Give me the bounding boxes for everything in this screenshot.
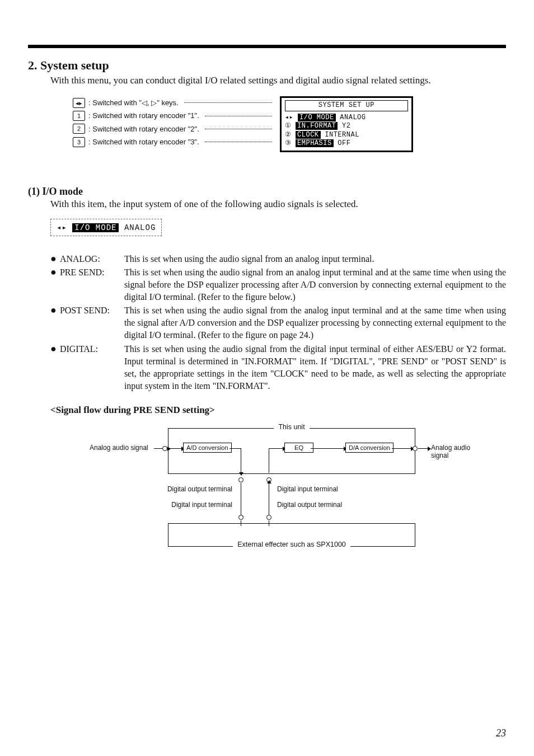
analog-out-label: Analog audio signal xyxy=(431,444,476,459)
option-term: POST SEND: xyxy=(60,304,124,317)
node-icon xyxy=(413,446,418,451)
legend-text: : Switched with rotary encoder "3". xyxy=(88,135,199,148)
bullet-icon: ● xyxy=(50,266,57,279)
da-box: D/A conversion xyxy=(345,443,394,453)
leader-dots xyxy=(205,142,272,142)
page-number: 23 xyxy=(496,727,506,739)
option-term: PRE SEND: xyxy=(60,266,124,279)
list-item: ● ANALOG: This is set when using the aud… xyxy=(50,253,506,265)
lcd-row: ③ EMPHASIS OFF xyxy=(285,139,408,148)
lcd-label: EMPHASIS xyxy=(296,139,334,147)
lcd-detail: ◂▸ I/O MODE ANALOG xyxy=(50,219,162,236)
lcd-label: CLOCK xyxy=(296,131,321,139)
legend-column: ◂▸ : Switched with "◁, ▷" keys. 1 : Swit… xyxy=(73,96,272,149)
flow-line xyxy=(311,448,344,449)
option-list: ● ANALOG: This is set when using the aud… xyxy=(50,253,506,392)
bullet-icon: ● xyxy=(50,343,57,355)
legend-item: 1 : Switched with rotary encoder "1". xyxy=(73,109,272,122)
lcd-sym: ② xyxy=(285,131,292,139)
option-term: DIGITAL: xyxy=(60,343,124,355)
eq-box: EQ xyxy=(284,443,313,453)
list-item: ● POST SEND: This is set when using the … xyxy=(50,304,506,341)
legend-item: ◂▸ : Switched with "◁, ▷" keys. xyxy=(73,96,272,109)
node-icon xyxy=(238,477,243,482)
page-rule xyxy=(28,45,506,48)
flow-line xyxy=(241,483,241,516)
unit-label: This unit xyxy=(168,423,415,431)
legend-item: 3 : Switched with rotary encoder "3". xyxy=(73,135,272,148)
keycap-icon: 2 xyxy=(73,124,85,134)
lcd-value: ANALOG xyxy=(124,223,156,232)
legend-item: 2 : Switched with rotary encoder "2". xyxy=(73,123,272,135)
bullet-icon: ● xyxy=(50,253,57,265)
lcd-title: SYSTEM SET UP xyxy=(285,100,408,111)
digital-in-label: Digital input terminal xyxy=(277,485,338,493)
unit-label-text: This unit xyxy=(274,423,309,431)
lcd-sym: ◂▸ xyxy=(285,114,293,121)
external-box: External effecter such as SPX1000 xyxy=(168,523,415,547)
subsection-title: (1) I/O mode xyxy=(28,186,506,198)
lcd-label: I/O MODE xyxy=(298,114,336,121)
section-intro: With this menu, you can conduct digital … xyxy=(50,75,506,86)
flow-line xyxy=(269,448,269,473)
external-label: External effecter such as SPX1000 xyxy=(168,541,415,548)
lcd-screen: SYSTEM SET UP ◂▸ I/O MODE ANALOG ① IN.FO… xyxy=(280,96,413,152)
node-icon xyxy=(266,515,271,520)
keycap-icon: 3 xyxy=(73,137,85,147)
flow-line xyxy=(269,448,283,449)
digital-out-label: Digital output terminal xyxy=(160,485,232,493)
option-desc: This is set when using the audio signal … xyxy=(124,304,506,341)
ad-box: A/D conversion xyxy=(183,443,232,453)
legend-text: : Switched with rotary encoder "2". xyxy=(88,123,199,135)
flow-line xyxy=(229,448,241,449)
leader-dots xyxy=(205,116,272,116)
lcd-value: ANALOG xyxy=(340,114,366,121)
option-term: ANALOG: xyxy=(60,253,124,265)
flow-line xyxy=(418,448,428,449)
lcd-label: IN.FORMAT xyxy=(296,122,338,130)
lcd-row: ② CLOCK INTERNAL xyxy=(285,131,408,140)
flow-line xyxy=(269,483,269,516)
lcd-value: INTERNAL xyxy=(325,131,359,139)
section-name: System setup xyxy=(40,58,109,72)
lcd-row: ◂▸ I/O MODE ANALOG xyxy=(285,114,408,123)
list-item: ● DIGITAL: This is set when using the au… xyxy=(50,343,506,392)
legend-area: ◂▸ : Switched with "◁, ▷" keys. 1 : Swit… xyxy=(73,96,506,152)
lcd-label: I/O MODE xyxy=(72,223,119,232)
option-desc: This is set when using the audio signal … xyxy=(124,253,506,265)
subsection-intro: With this item, the input system of one … xyxy=(50,199,506,210)
external-label-text: External effecter such as SPX1000 xyxy=(233,541,350,548)
option-desc: This is set when using the audio signal … xyxy=(124,343,506,392)
signal-flow-diagram: This unit Analog audio signal A/D conver… xyxy=(106,422,506,557)
flow-line xyxy=(392,448,411,449)
lcd-value: Y2 xyxy=(342,122,350,130)
option-desc: This is set when using the audio signal … xyxy=(124,266,506,303)
node-icon xyxy=(238,515,243,520)
flow-line xyxy=(241,448,241,473)
bullet-icon: ● xyxy=(50,304,57,317)
leader-dots xyxy=(205,129,272,129)
node-icon xyxy=(162,446,167,451)
lcd-sym: ③ xyxy=(285,139,292,147)
digital-out-label-2: Digital output terminal xyxy=(277,501,342,509)
lcd-row: ① IN.FORMAT Y2 xyxy=(285,122,408,131)
list-item: ● PRE SEND: This is set when using the a… xyxy=(50,266,506,303)
lcd-value: OFF xyxy=(338,139,350,147)
section-number: 2. xyxy=(28,58,38,72)
keycap-icon: ◂▸ xyxy=(73,98,85,108)
flow-title: <Signal flow during PRE SEND setting> xyxy=(50,405,506,416)
legend-text: : Switched with "◁, ▷" keys. xyxy=(88,96,179,109)
digital-in-label-2: Digital input terminal xyxy=(160,501,232,509)
flow-line xyxy=(168,448,182,449)
lcd-sym: ◂▸ xyxy=(57,223,67,232)
legend-text: : Switched with rotary encoder "1". xyxy=(88,109,199,122)
keycap-icon: 1 xyxy=(73,111,85,121)
leader-dots xyxy=(184,102,272,103)
section-title: 2. System setup xyxy=(28,58,506,73)
lcd-sym: ① xyxy=(285,122,292,130)
analog-in-label: Analog audio signal xyxy=(90,444,148,452)
